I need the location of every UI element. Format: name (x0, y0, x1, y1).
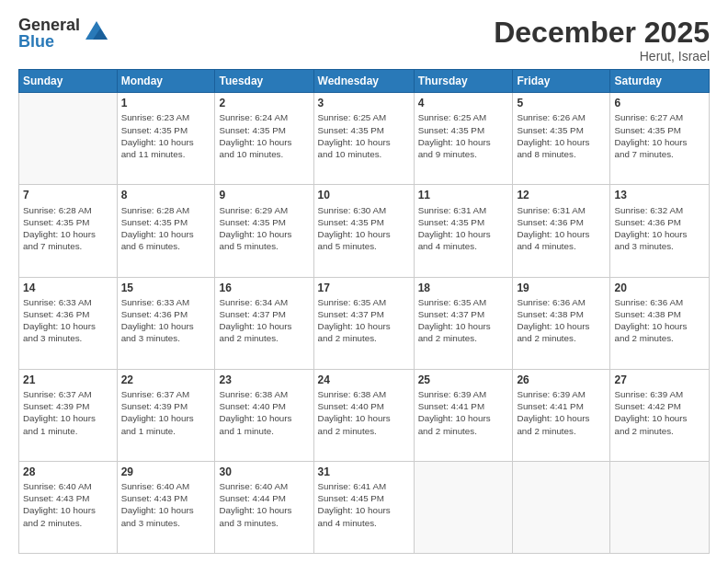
day-number: 27 (614, 373, 705, 387)
day-cell: 20Sunrise: 6:36 AMSunset: 4:38 PMDayligh… (610, 277, 710, 369)
day-number: 6 (614, 96, 705, 110)
day-number: 5 (517, 96, 606, 110)
day-number: 18 (418, 281, 509, 295)
day-info: Daylight: 10 hours (418, 136, 509, 148)
day-info: Daylight: 10 hours (219, 504, 309, 516)
day-cell: 2Sunrise: 6:24 AMSunset: 4:35 PMDaylight… (215, 93, 313, 185)
logo-text: General Blue (18, 17, 80, 50)
day-info: Daylight: 10 hours (318, 136, 410, 148)
day-number: 20 (614, 281, 705, 295)
day-info: Sunset: 4:35 PM (517, 124, 606, 136)
day-number: 30 (219, 465, 309, 479)
week-row-1: 7Sunrise: 6:28 AMSunset: 4:35 PMDaylight… (19, 185, 710, 277)
day-info: and 2 minutes. (517, 425, 606, 437)
day-number: 12 (517, 188, 606, 202)
day-info: Sunrise: 6:31 AM (418, 204, 509, 216)
day-info: Sunset: 4:35 PM (23, 216, 113, 228)
day-info: and 1 minute. (23, 425, 113, 437)
day-info: and 10 minutes. (318, 148, 410, 160)
day-info: Daylight: 10 hours (219, 136, 309, 148)
day-info: Daylight: 10 hours (418, 228, 509, 240)
day-number: 3 (318, 96, 410, 110)
day-info: and 2 minutes. (418, 332, 509, 344)
day-info: and 1 minute. (219, 425, 309, 437)
day-info: Sunset: 4:42 PM (614, 400, 705, 412)
day-number: 17 (318, 281, 410, 295)
day-info: Sunrise: 6:36 AM (517, 296, 606, 308)
day-info: and 2 minutes. (418, 425, 509, 437)
day-number: 21 (23, 373, 113, 387)
day-number: 4 (418, 96, 509, 110)
day-info: Daylight: 10 hours (121, 412, 211, 424)
day-info: and 5 minutes. (318, 240, 410, 252)
day-info: Sunrise: 6:36 AM (614, 296, 705, 308)
day-cell: 7Sunrise: 6:28 AMSunset: 4:35 PMDaylight… (19, 185, 118, 277)
day-cell: 25Sunrise: 6:39 AMSunset: 4:41 PMDayligh… (414, 369, 513, 461)
day-info: and 4 minutes. (418, 240, 509, 252)
day-info: Sunset: 4:39 PM (121, 400, 211, 412)
day-info: Sunset: 4:43 PM (23, 492, 113, 504)
day-info: Sunrise: 6:30 AM (318, 204, 410, 216)
day-info: Sunrise: 6:32 AM (614, 204, 705, 216)
day-info: and 3 minutes. (23, 332, 113, 344)
day-info: Sunset: 4:37 PM (219, 308, 309, 320)
day-info: Sunrise: 6:26 AM (517, 111, 606, 123)
day-info: Sunrise: 6:35 AM (418, 296, 509, 308)
day-info: Sunset: 4:35 PM (219, 216, 309, 228)
day-cell: 5Sunrise: 6:26 AMSunset: 4:35 PMDaylight… (513, 93, 610, 185)
day-info: Sunrise: 6:40 AM (219, 480, 309, 492)
day-info: and 1 minute. (121, 425, 211, 437)
day-info: Daylight: 10 hours (517, 320, 606, 332)
day-info: Sunset: 4:43 PM (121, 492, 211, 504)
day-info: Sunset: 4:36 PM (23, 308, 113, 320)
month-title: December 2025 (494, 17, 710, 49)
day-info: and 11 minutes. (121, 148, 211, 160)
day-info: Sunset: 4:35 PM (418, 216, 509, 228)
day-cell: 12Sunrise: 6:31 AMSunset: 4:36 PMDayligh… (513, 185, 610, 277)
day-info: Daylight: 10 hours (614, 320, 705, 332)
day-info: Sunset: 4:36 PM (614, 216, 705, 228)
day-cell: 8Sunrise: 6:28 AMSunset: 4:35 PMDaylight… (117, 185, 215, 277)
day-info: Sunset: 4:38 PM (517, 308, 606, 320)
day-info: Daylight: 10 hours (23, 320, 113, 332)
day-info: Sunset: 4:41 PM (517, 400, 606, 412)
day-number: 16 (219, 281, 309, 295)
day-info: Sunrise: 6:40 AM (23, 480, 113, 492)
day-cell: 21Sunrise: 6:37 AMSunset: 4:39 PMDayligh… (19, 369, 118, 461)
day-info: Sunset: 4:39 PM (23, 400, 113, 412)
day-number: 19 (517, 281, 606, 295)
day-info: Sunrise: 6:24 AM (219, 111, 309, 123)
day-info: Sunrise: 6:39 AM (614, 388, 705, 400)
day-info: Sunrise: 6:29 AM (219, 204, 309, 216)
calendar-page: General Blue December 2025 Herut, Israel… (0, 0, 728, 563)
day-cell: 1Sunrise: 6:23 AMSunset: 4:35 PMDaylight… (117, 93, 215, 185)
day-info: and 3 minutes. (614, 240, 705, 252)
day-cell: 3Sunrise: 6:25 AMSunset: 4:35 PMDaylight… (313, 93, 414, 185)
day-info: Sunset: 4:40 PM (318, 400, 410, 412)
day-number: 14 (23, 281, 113, 295)
day-info: and 7 minutes. (23, 240, 113, 252)
day-info: Sunrise: 6:39 AM (517, 388, 606, 400)
day-info: and 4 minutes. (517, 240, 606, 252)
day-info: Daylight: 10 hours (318, 320, 410, 332)
day-info: Sunset: 4:35 PM (318, 216, 410, 228)
day-cell: 16Sunrise: 6:34 AMSunset: 4:37 PMDayligh… (215, 277, 313, 369)
day-number: 29 (121, 465, 211, 479)
day-info: Daylight: 10 hours (517, 412, 606, 424)
day-cell: 19Sunrise: 6:36 AMSunset: 4:38 PMDayligh… (513, 277, 610, 369)
day-info: Sunset: 4:38 PM (614, 308, 705, 320)
day-info: Sunrise: 6:40 AM (121, 480, 211, 492)
day-info: Sunset: 4:37 PM (318, 308, 410, 320)
day-cell: 18Sunrise: 6:35 AMSunset: 4:37 PMDayligh… (414, 277, 513, 369)
day-number: 28 (23, 465, 113, 479)
day-cell: 24Sunrise: 6:38 AMSunset: 4:40 PMDayligh… (313, 369, 414, 461)
week-row-3: 21Sunrise: 6:37 AMSunset: 4:39 PMDayligh… (19, 369, 710, 461)
day-number: 8 (121, 188, 211, 202)
day-info: Daylight: 10 hours (318, 412, 410, 424)
day-info: Sunset: 4:41 PM (418, 400, 509, 412)
day-info: Sunrise: 6:25 AM (318, 111, 410, 123)
day-cell: 27Sunrise: 6:39 AMSunset: 4:42 PMDayligh… (610, 369, 710, 461)
header-sunday: Sunday (19, 70, 118, 93)
day-info: Sunset: 4:35 PM (219, 124, 309, 136)
day-info: Sunrise: 6:37 AM (121, 388, 211, 400)
